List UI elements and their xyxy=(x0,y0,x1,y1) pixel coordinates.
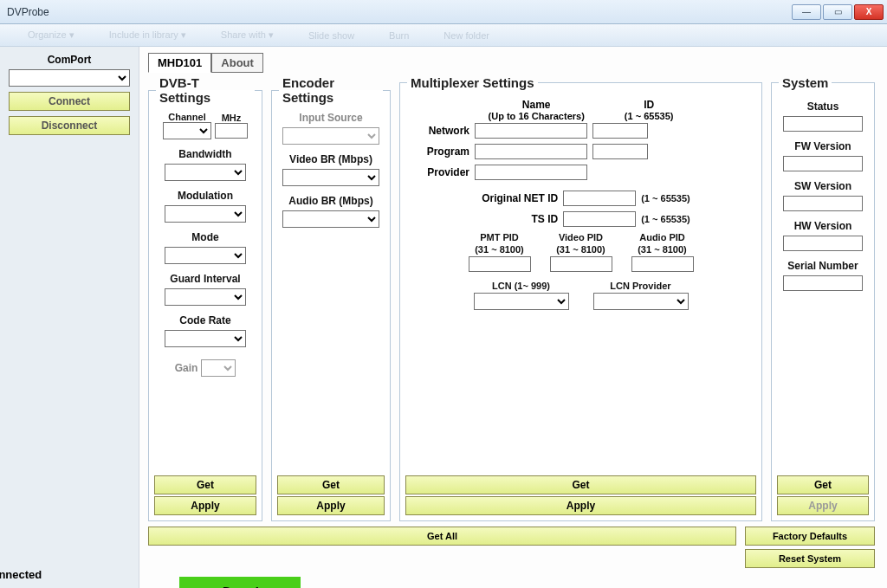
dvb-get-button[interactable]: Get xyxy=(154,475,256,494)
provider-label: Provider xyxy=(412,166,469,178)
mux-get-button[interactable]: Get xyxy=(405,475,756,494)
input-source-select xyxy=(282,127,379,145)
get-all-button[interactable]: Get All xyxy=(148,527,736,546)
serial-label: Serial Number xyxy=(787,260,858,272)
channel-select[interactable] xyxy=(163,122,211,139)
dvb-legend: DVB-T Settings xyxy=(156,75,255,105)
window-title: DVProbe xyxy=(7,6,49,18)
mode-label: Mode xyxy=(191,231,218,243)
modulation-select[interactable] xyxy=(165,205,246,223)
network-label: Network xyxy=(412,125,469,137)
audio-pid-hint: (31 ~ 8100) xyxy=(638,244,687,255)
pmt-pid-label: PMT PID xyxy=(480,232,519,242)
sw-field xyxy=(783,196,863,211)
hw-label: HW Version xyxy=(794,220,852,232)
main-area: MHD101 About DVB-T Settings Channel MHz xyxy=(139,47,887,588)
encoder-legend: Encoder Settings xyxy=(279,75,383,105)
gain-label: Gain xyxy=(175,362,198,374)
multiplexer-settings-group: Multiplexer Settings Name (Up to 16 Char… xyxy=(399,75,762,521)
gain-select xyxy=(201,359,236,377)
program-label: Program xyxy=(412,145,469,158)
close-button[interactable]: X xyxy=(854,4,884,20)
mux-name-hint: (Up to 16 Characters) xyxy=(489,111,585,121)
system-group: System Status FW Version SW Version HW V… xyxy=(771,75,875,521)
connect-button[interactable]: Connect xyxy=(9,92,130,111)
enc-apply-button[interactable]: Apply xyxy=(277,496,385,515)
dvb-settings-group: DVB-T Settings Channel MHz Bandwidth Mod… xyxy=(148,75,262,521)
guard-select[interactable] xyxy=(165,288,246,306)
hw-field xyxy=(783,236,863,251)
mhz-input[interactable] xyxy=(215,123,248,139)
guard-label: Guard Interval xyxy=(170,273,240,285)
bandwidth-select[interactable] xyxy=(165,164,246,181)
mux-apply-button[interactable]: Apply xyxy=(405,496,756,515)
mux-name-header: Name xyxy=(489,99,585,111)
enc-get-button[interactable]: Get xyxy=(277,475,385,494)
network-id-input[interactable] xyxy=(592,123,648,139)
sw-label: SW Version xyxy=(794,180,851,192)
channel-label: Channel xyxy=(168,112,205,122)
connection-status: NOT Connected xyxy=(0,568,42,581)
input-source-label: Input Source xyxy=(299,112,362,124)
tab-about-label: About xyxy=(221,56,254,69)
factory-defaults-button[interactable]: Factory Defaults xyxy=(745,527,875,546)
mhz-label: MHz xyxy=(222,113,242,123)
pmt-pid-hint: (31 ~ 8100) xyxy=(475,244,524,255)
ts-id-label: TS ID xyxy=(471,213,558,225)
window-titlebar: DVProbe — ▭ X xyxy=(0,0,887,24)
ghost-toolbar: Organize ▾ Include in library ▾ Share wi… xyxy=(0,24,887,47)
sidebar: ComPort Connect Disconnect NOT Connected xyxy=(0,47,139,588)
program-name-input[interactable] xyxy=(475,144,587,159)
video-br-label: Video BR (Mbps) xyxy=(289,153,372,165)
orig-net-id-label: Original NET ID xyxy=(471,192,558,204)
provider-name-input[interactable] xyxy=(475,165,587,180)
comport-label: ComPort xyxy=(48,54,92,66)
tab-about[interactable]: About xyxy=(211,53,263,73)
lcn-provider-label: LCN Provider xyxy=(610,281,670,291)
fw-label: FW Version xyxy=(794,140,851,152)
reset-system-button[interactable]: Reset System xyxy=(745,549,875,568)
lcn-select[interactable] xyxy=(474,293,569,310)
orig-net-id-hint: (1 ~ 65535) xyxy=(641,193,690,204)
sys-get-button[interactable]: Get xyxy=(777,475,869,494)
video-br-select[interactable] xyxy=(282,169,379,186)
window-controls: — ▭ X xyxy=(792,4,884,20)
orig-net-id-input[interactable] xyxy=(563,191,636,206)
ts-id-input[interactable] xyxy=(563,211,636,227)
video-pid-input[interactable] xyxy=(550,256,612,272)
lcn-provider-select[interactable] xyxy=(593,293,689,310)
status-field xyxy=(783,116,863,132)
audio-pid-label: Audio PID xyxy=(639,232,685,242)
lcn-label: LCN (1~ 999) xyxy=(492,281,550,291)
tab-mhd101-label: MHD101 xyxy=(158,56,202,69)
audio-br-label: Audio BR (Mbps) xyxy=(288,195,372,207)
system-legend: System xyxy=(779,75,832,90)
audio-br-select[interactable] xyxy=(282,210,379,228)
mux-id-header: ID xyxy=(625,99,674,111)
sys-apply-button[interactable]: Apply xyxy=(777,496,869,515)
comport-select[interactable] xyxy=(9,69,130,87)
status-label: Status xyxy=(807,100,839,113)
bandwidth-label: Bandwidth xyxy=(178,148,231,160)
modulation-label: Modulation xyxy=(178,190,233,202)
ts-id-hint: (1 ~ 65535) xyxy=(641,214,690,224)
dvb-apply-button[interactable]: Apply xyxy=(154,496,256,515)
network-name-input[interactable] xyxy=(475,123,587,139)
mode-select[interactable] xyxy=(165,247,246,264)
maximize-button[interactable]: ▭ xyxy=(823,4,852,20)
encoder-settings-group: Encoder Settings Input Source Video BR (… xyxy=(271,75,391,521)
fw-field xyxy=(783,156,863,171)
serial-field xyxy=(783,275,863,291)
mux-id-hint: (1 ~ 65535) xyxy=(625,111,674,121)
audio-pid-input[interactable] xyxy=(631,256,694,272)
minimize-button[interactable]: — xyxy=(792,4,821,20)
tab-mhd101[interactable]: MHD101 xyxy=(148,53,211,73)
done-indicator: Done! xyxy=(179,577,301,588)
program-id-input[interactable] xyxy=(592,144,648,159)
video-pid-label: Video PID xyxy=(559,232,603,242)
pmt-pid-input[interactable] xyxy=(469,256,531,272)
coderate-label: Code Rate xyxy=(179,314,230,326)
disconnect-button[interactable]: Disconnect xyxy=(9,116,130,135)
coderate-select[interactable] xyxy=(165,330,246,347)
video-pid-hint: (31 ~ 8100) xyxy=(556,244,605,255)
